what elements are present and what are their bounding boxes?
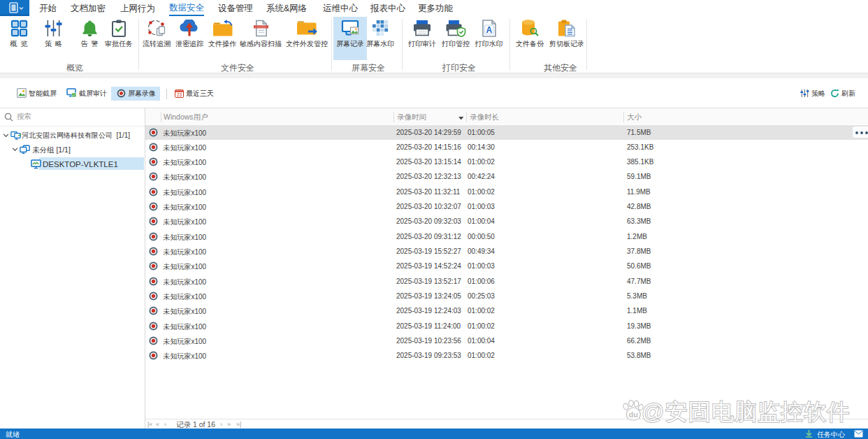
svg-text:A: A [486, 25, 492, 35]
svg-text:du: du [629, 410, 638, 419]
svg-text:23: 23 [177, 92, 182, 97]
svg-text:@安固电脑监控软件: @安固电脑监控软件 [642, 399, 850, 424]
